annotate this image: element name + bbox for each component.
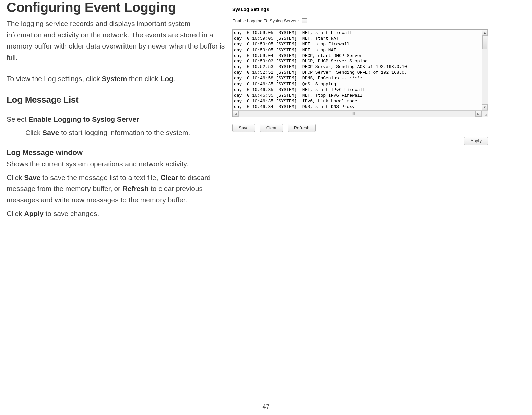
- log-line: day 0 10:46:35 [SYSTEM]: QoS, Stopping: [234, 82, 486, 87]
- panel-title: SysLog Settings: [232, 7, 525, 12]
- click-prefix: Click: [25, 129, 42, 136]
- log-content: day 0 10:59:05 [SYSTEM]: NET, start Fire…: [233, 30, 488, 110]
- vertical-scroll-thumb[interactable]: [482, 36, 487, 49]
- log-line: day 0 10:59:05 [SYSTEM]: NET, stop NAT: [234, 47, 486, 53]
- h-scroll-marker: III: [352, 112, 355, 115]
- log-line: day 0 10:59:05 [SYSTEM]: NET, stop Firew…: [234, 42, 486, 47]
- win-p1b: to save the message list to a text file,: [40, 173, 160, 181]
- log-line: day 0 10:46:35 [SYSTEM]: IPv6, Link Loca…: [234, 99, 486, 104]
- log-line: day 0 10:52:53 [SYSTEM]: DHCP Server, Se…: [234, 64, 486, 70]
- syslog-settings-panel: SysLog Settings Enable Logging To Syslog…: [232, 7, 525, 145]
- horizontal-track[interactable]: III: [239, 111, 475, 117]
- nav-log-bold: Log: [160, 75, 173, 83]
- section-log-message-list: Log Message List: [7, 95, 225, 105]
- nav-instruction: To view the Log settings, click System t…: [7, 73, 225, 85]
- apply-bold: Apply: [24, 210, 43, 217]
- apply-prefix: Click: [7, 210, 24, 217]
- apply-button[interactable]: Apply: [464, 137, 488, 145]
- clear-button[interactable]: Clear: [260, 124, 283, 132]
- nav-period: .: [173, 75, 175, 83]
- log-line: day 0 10:59:04 [SYSTEM]: DHCP, start DHC…: [234, 53, 486, 59]
- nav-prefix: To view the Log settings, click: [7, 75, 102, 83]
- nav-then: then click: [127, 75, 160, 83]
- log-line: day 0 10:59:03 [SYSTEM]: DHCP, DHCP Serv…: [234, 59, 486, 64]
- enable-label: Enable Logging To Syslog Server :: [232, 18, 299, 23]
- log-line: day 0 10:46:35 [SYSTEM]: NET, stop IPv6 …: [234, 93, 486, 99]
- win-refresh-bold: Refresh: [122, 185, 149, 192]
- select-instruction: Select Enable Logging to Syslog Server: [7, 114, 225, 125]
- save-instruction: Click Save to start logging information …: [7, 127, 225, 138]
- log-line: day 0 10:46:58 [SYSTEM]: DDNS, EnGenius …: [234, 76, 486, 82]
- page-title: Configuring Event Logging: [7, 0, 225, 15]
- save-bold: Save: [42, 129, 59, 136]
- page-number: 47: [262, 403, 269, 410]
- save-button[interactable]: Save: [232, 124, 255, 132]
- scroll-right-icon[interactable]: ►: [475, 111, 482, 117]
- apply-rest: to save changes.: [44, 210, 99, 217]
- resize-grip-icon: [482, 110, 488, 117]
- enable-syslog-checkbox[interactable]: [302, 18, 307, 23]
- select-prefix: Select: [7, 115, 28, 123]
- section-log-message-window: Log Message window: [7, 148, 225, 157]
- refresh-button[interactable]: Refresh: [288, 124, 316, 132]
- log-line: day 0 10:59:05 [SYSTEM]: NET, start Fire…: [234, 30, 486, 36]
- select-bold: Enable Logging to Syslog Server: [28, 115, 139, 123]
- intro-text: The logging service records and displays…: [7, 18, 225, 63]
- window-actions: Click Save to save the message list to a…: [7, 172, 225, 206]
- win-clear-bold: Clear: [160, 173, 178, 181]
- log-line: day 0 10:46:34 [SYSTEM]: DNS, start DNS …: [234, 104, 486, 110]
- apply-instruction: Click Apply to save changes.: [7, 208, 225, 219]
- window-desc: Shows the current system operations and …: [7, 158, 225, 170]
- vertical-scrollbar[interactable]: ▲ ▼: [482, 30, 488, 110]
- log-message-box: day 0 10:59:05 [SYSTEM]: NET, start Fire…: [232, 29, 488, 117]
- log-line: day 0 10:52:52 [SYSTEM]: DHCP Server, Se…: [234, 70, 486, 76]
- log-line: day 0 10:59:05 [SYSTEM]: NET, start NAT: [234, 36, 486, 42]
- save-rest: to start logging information to the syst…: [59, 129, 190, 136]
- scroll-left-icon[interactable]: ◄: [233, 111, 239, 117]
- win-p1a: Click: [7, 173, 24, 181]
- nav-system-bold: System: [102, 75, 127, 83]
- scroll-up-icon[interactable]: ▲: [482, 30, 488, 36]
- scroll-down-icon[interactable]: ▼: [482, 104, 488, 110]
- win-save-bold: Save: [24, 173, 40, 181]
- log-line: day 0 10:46:35 [SYSTEM]: NET, start IPv6…: [234, 87, 486, 93]
- horizontal-scrollbar[interactable]: ◄ III ►: [233, 110, 482, 117]
